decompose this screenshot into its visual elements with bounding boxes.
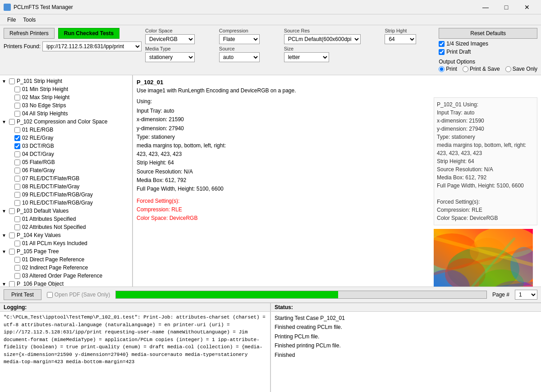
tree-group-header-p106[interactable]: ▼P_106 Page Object xyxy=(0,280,132,287)
group-checkbox-p103[interactable] xyxy=(9,208,15,214)
group-checkbox-p105[interactable] xyxy=(9,249,15,255)
expand-icon-p103[interactable]: ▼ xyxy=(2,209,9,214)
tree-group-p103: ▼P_103 Default Values01 Attributes Speci… xyxy=(0,207,132,231)
quarter-sized-checkbox[interactable] xyxy=(439,41,445,47)
tree-item[interactable]: 09 RLE/DCT/Flate/RGB/Gray xyxy=(0,191,132,199)
item-label: 06 Flate/Gray xyxy=(22,167,55,173)
output-save-only-option[interactable]: Save Only xyxy=(505,66,537,72)
menu-tools[interactable]: Tools xyxy=(19,16,39,24)
group-checkbox-p101[interactable] xyxy=(9,78,15,84)
group-checkbox-p106[interactable] xyxy=(9,281,15,287)
tree-item[interactable]: 01 Direct Page Reference xyxy=(0,255,132,264)
item-checkbox-p102-3[interactable] xyxy=(14,151,20,157)
output-print-radio[interactable] xyxy=(439,66,445,72)
expand-icon-p105[interactable]: ▼ xyxy=(2,249,9,254)
tree-item[interactable]: 01 Min Strip Height xyxy=(0,85,132,93)
item-checkbox-p102-4[interactable] xyxy=(14,160,20,165)
item-label: 02 Max Strip Height xyxy=(22,94,69,100)
tree-group-header-p104[interactable]: ▼P_104 Key Values xyxy=(0,231,132,239)
item-checkbox-p105-2[interactable] xyxy=(14,273,20,279)
item-checkbox-p102-5[interactable] xyxy=(14,168,20,173)
tree-group-header-p102[interactable]: ▼P_102 Compression and Color Space xyxy=(0,118,132,126)
expand-icon-p104[interactable]: ▼ xyxy=(2,233,9,238)
tree-item[interactable]: 01 RLE/RGB xyxy=(0,126,132,134)
item-checkbox-p102-1[interactable] xyxy=(14,135,20,141)
item-label: 03 No Edge Strips xyxy=(22,102,66,109)
expand-icon-p106[interactable]: ▼ xyxy=(2,282,9,287)
compression-select[interactable]: Flate xyxy=(219,34,260,44)
tree-item[interactable]: 01 All PCLm Keys Included xyxy=(0,239,132,247)
expand-icon-p101[interactable]: ▼ xyxy=(2,79,9,84)
item-checkbox-p101-0[interactable] xyxy=(14,87,20,92)
printers-found-label: Printers Found: xyxy=(4,43,41,50)
print-test-button[interactable]: Print Test xyxy=(4,289,41,300)
tree-item[interactable]: 02 RLE/Gray xyxy=(0,134,132,142)
printer-select[interactable]: ipp://172.112.5.128:631/ipp/print xyxy=(42,41,142,51)
log-panel: Logging: "C:\PCLm_Test\ipptool\TestTemp\… xyxy=(0,303,271,392)
item-checkbox-p103-0[interactable] xyxy=(14,216,20,222)
tree-item[interactable]: 04 DCT/Gray xyxy=(0,150,132,158)
preview-text-line: Input Tray: auto xyxy=(437,109,534,117)
tree-item[interactable]: 06 Flate/Gray xyxy=(0,166,132,174)
page-select[interactable]: 1 xyxy=(515,290,537,300)
output-options-label: Output Options xyxy=(439,59,475,65)
tree-item[interactable]: 10 RLE/DCT/Flate/RGB/Gray xyxy=(0,199,132,207)
item-checkbox-p105-0[interactable] xyxy=(14,257,20,263)
item-checkbox-p103-1[interactable] xyxy=(14,224,20,230)
menu-file[interactable]: File xyxy=(4,16,19,24)
tree-group-header-p105[interactable]: ▼P_105 Page Tree xyxy=(0,247,132,255)
item-checkbox-p101-3[interactable] xyxy=(14,111,20,117)
tree-item[interactable]: 05 Flate/RGB xyxy=(0,158,132,166)
refresh-printers-button[interactable]: Refresh Printers xyxy=(4,28,55,39)
item-checkbox-p102-0[interactable] xyxy=(14,127,20,133)
tree-item[interactable]: 02 Max Strip Height xyxy=(0,93,132,101)
tree-item[interactable]: 08 RLE/DCT/Flate/Gray xyxy=(0,182,132,191)
maximize-button[interactable]: □ xyxy=(496,0,517,14)
media-type-select[interactable]: stationery xyxy=(145,52,195,62)
item-checkbox-p101-1[interactable] xyxy=(14,95,20,100)
item-checkbox-p102-9[interactable] xyxy=(14,200,20,206)
tree-item[interactable]: 03 Altered Order Page Reference xyxy=(0,272,132,280)
tree-group-p104: ▼P_104 Key Values01 All PCLm Keys Includ… xyxy=(0,231,132,247)
source-res-select[interactable]: PCLm Default(600x600dpi) xyxy=(284,34,361,44)
printer-row: Printers Found: ipp://172.112.5.128:631/… xyxy=(4,41,142,51)
tree-group-header-p101[interactable]: ▼P_101 Strip Height xyxy=(0,77,132,85)
item-checkbox-p101-2[interactable] xyxy=(14,103,20,109)
right-options: Reset Defaults 1/4 Sized Images Print Dr… xyxy=(439,28,537,72)
close-button[interactable]: ✕ xyxy=(517,0,537,14)
minimize-button[interactable]: — xyxy=(475,0,496,14)
tree-item[interactable]: 07 RLE/DCT/Flate/RGB xyxy=(0,174,132,182)
color-space-select[interactable]: DeviceRGB xyxy=(145,34,195,44)
expand-icon-p102[interactable]: ▼ xyxy=(2,119,9,124)
tree-item[interactable]: 02 Indirect Page Reference xyxy=(0,264,132,272)
item-checkbox-p102-6[interactable] xyxy=(14,176,20,182)
tree-item[interactable]: 03 DCT/RGB xyxy=(0,142,132,150)
group-checkbox-p104[interactable] xyxy=(9,232,15,238)
item-checkbox-p102-2[interactable] xyxy=(14,143,20,149)
item-checkbox-p102-7[interactable] xyxy=(14,184,20,190)
item-checkbox-p102-8[interactable] xyxy=(14,192,20,198)
item-checkbox-p104-0[interactable] xyxy=(14,241,20,246)
size-select[interactable]: letter xyxy=(284,52,329,62)
output-save-only-radio[interactable] xyxy=(505,66,511,72)
tree-item[interactable]: 03 No Edge Strips xyxy=(0,101,132,109)
group-checkbox-p102[interactable] xyxy=(9,119,15,125)
open-pdf-checkbox[interactable] xyxy=(47,292,53,298)
item-checkbox-p105-1[interactable] xyxy=(14,265,20,271)
output-print-save-option[interactable]: Print & Save xyxy=(463,66,500,72)
bottom-toolbar: Print Test Open PDF (Save Only) Page # 1 xyxy=(0,287,541,303)
tree-item[interactable]: 04 All Strip Heights xyxy=(0,109,132,118)
source-select[interactable]: auto xyxy=(219,52,260,62)
tree-item[interactable]: 01 Attributes Specified xyxy=(0,215,132,223)
preview-text-line xyxy=(437,190,534,198)
item-label: 03 DCT/RGB xyxy=(22,143,54,149)
output-print-save-radio[interactable] xyxy=(463,66,468,72)
run-checked-tests-button[interactable]: Run Checked Tests xyxy=(58,28,119,39)
print-draft-checkbox[interactable] xyxy=(439,49,445,55)
reset-defaults-button[interactable]: Reset Defaults xyxy=(439,28,537,39)
tree-item[interactable]: 02 Attributes Not Specified xyxy=(0,223,132,231)
strip-hgt-select[interactable]: 64 xyxy=(385,34,416,44)
output-print-option[interactable]: Print xyxy=(439,66,457,72)
tree-group-p102: ▼P_102 Compression and Color Space01 RLE… xyxy=(0,118,132,207)
tree-group-header-p103[interactable]: ▼P_103 Default Values xyxy=(0,207,132,215)
